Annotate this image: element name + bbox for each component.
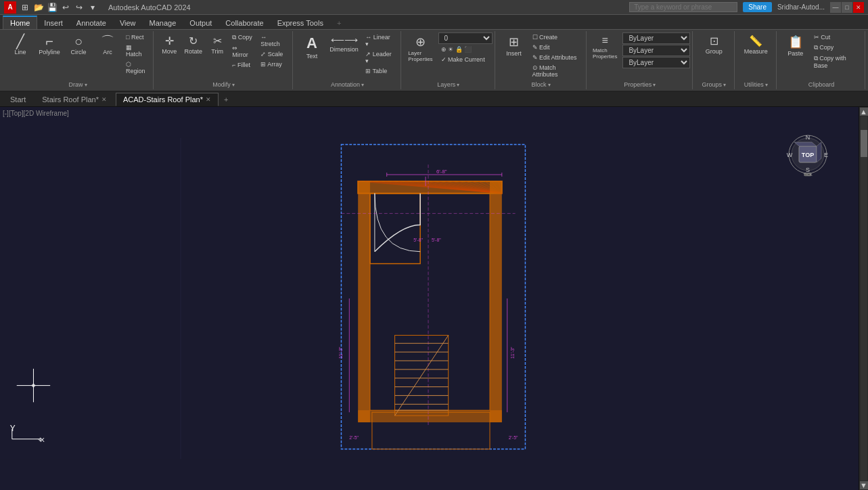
tab-output[interactable]: Output (183, 16, 219, 29)
text-btn[interactable]: A Text (298, 32, 325, 62)
block-label[interactable]: Block▾ (531, 80, 550, 88)
tab-express-tools[interactable]: Express Tools (271, 16, 330, 29)
tab-insert[interactable]: Insert (37, 16, 70, 29)
copy-clipboard-btn[interactable]: ⧉ Copy (811, 43, 861, 53)
tab-collaborate[interactable]: Collaborate (219, 16, 270, 29)
array-btn[interactable]: ⊞ Array (258, 60, 288, 69)
scroll-track[interactable] (861, 116, 867, 481)
scroll-thumb[interactable] (861, 130, 867, 157)
share-button[interactable]: Share (743, 2, 772, 12)
rotate-btn[interactable]: ↻ Rotate (181, 32, 205, 57)
new-file-btn[interactable]: ⊞ (19, 1, 31, 14)
svg-rect-28 (490, 181, 502, 422)
polyline-btn[interactable]: ⌐ Polyline (36, 32, 63, 58)
insert-btn[interactable]: ⊞ Insert (501, 32, 528, 59)
make-current-btn[interactable]: ✓ Make Current (438, 55, 493, 64)
line-btn[interactable]: ╱ Line (7, 32, 34, 58)
qa-dropdown-btn[interactable]: ▾ (87, 1, 99, 14)
close-btn[interactable]: ✕ (853, 2, 864, 13)
annotation-col: ↔ Linear ▾ ↗ Leader ▾ ⊞ Table (363, 32, 396, 76)
table-btn[interactable]: ⊞ Table (363, 66, 396, 76)
layer-properties-btn[interactable]: ⊕ LayerProperties (405, 32, 436, 64)
scroll-down-btn[interactable]: ▼ (860, 481, 868, 489)
hatch-btn[interactable]: ▦ Hatch (123, 43, 149, 59)
ribbon-group-groups: ⊡ Group Groups▾ (694, 31, 735, 89)
color-select[interactable]: ByLayer (622, 32, 690, 44)
scale-btn[interactable]: ⤢ Scale (258, 49, 288, 59)
draw-label[interactable]: Draw▾ (68, 80, 87, 88)
modify-label[interactable]: Modify▾ (212, 80, 235, 88)
tab-home[interactable]: Home (3, 16, 37, 29)
circle-icon: ○ (74, 35, 83, 48)
drawing-canvas[interactable]: 6'-8" 5'-8" 5'-8" 11'-3" 11'-3" 2'-5" 2'… (0, 107, 859, 490)
edit-block-btn[interactable]: ✎ Edit (530, 43, 582, 52)
layer-state-btn[interactable]: ⊕ ☀ 🔒 ⬛ (438, 45, 493, 54)
circle-label: Circle (70, 49, 86, 55)
region-btn[interactable]: ⬡ Region (123, 60, 149, 76)
layer-select[interactable]: 0 (438, 32, 493, 44)
tab-view[interactable]: View (113, 16, 143, 29)
leader-btn[interactable]: ↗ Leader ▾ (363, 49, 396, 66)
clipboard-label[interactable]: Clipboard (808, 80, 835, 88)
navigation-cube[interactable]: N S E W TOP TICK (784, 120, 831, 183)
redo-btn[interactable]: ↪ (73, 1, 85, 14)
tab-manage[interactable]: Manage (143, 16, 183, 29)
annotation-label[interactable]: Annotation▾ (331, 80, 364, 88)
maximize-btn[interactable]: □ (842, 2, 852, 13)
doc-tab-start[interactable]: Start (3, 93, 33, 106)
circle-btn[interactable]: ○ Circle (65, 32, 92, 58)
linear-btn[interactable]: ↔ Linear ▾ (363, 32, 396, 49)
close-acad-stairs-tab[interactable]: ✕ (206, 96, 211, 103)
measure-btn[interactable]: 📏 Measure (741, 32, 771, 57)
groups-group-content: ⊡ Group (700, 32, 727, 80)
linetype-select[interactable]: ByLayer (622, 45, 690, 56)
match-properties-btn[interactable]: ≡ MatchProperties (589, 32, 620, 62)
move-btn[interactable]: ✛ Move (159, 32, 179, 57)
tab-add[interactable]: + (330, 16, 348, 29)
edit-attributes-btn[interactable]: ✎ Edit Attributes (530, 53, 582, 62)
fillet-btn[interactable]: ⌐ Fillet (229, 60, 256, 70)
match-attributes-btn[interactable]: ⊙ Match Attributes (530, 63, 582, 79)
groups-label[interactable]: Groups▾ (702, 80, 727, 88)
doc-tab-acad-stairs[interactable]: ACAD-Stairs Roof Plan* ✕ (116, 93, 219, 106)
layer-icon: ⊕ (415, 35, 426, 49)
paste-btn[interactable]: 📋 Paste (782, 32, 809, 59)
create-block-btn[interactable]: ☐ Create (530, 32, 582, 42)
copy-with-base-btn[interactable]: ⧉ Copy with Base (811, 53, 861, 70)
rect-btn[interactable]: □ Rect (123, 32, 149, 42)
line-icon: ╱ (16, 35, 24, 48)
arc-icon: ⌒ (101, 35, 114, 48)
copy-btn[interactable]: ⧉ Copy (229, 32, 256, 43)
tab-annotate[interactable]: Annotate (70, 16, 113, 29)
undo-btn[interactable]: ↩ (60, 1, 72, 14)
layers-label[interactable]: Layers▾ (437, 80, 459, 88)
canvas-area[interactable]: [-][Top][2D Wireframe] (0, 107, 859, 490)
add-drawing-tab[interactable]: + (220, 94, 232, 105)
minimize-btn[interactable]: — (830, 2, 841, 13)
trim-btn[interactable]: ✂ Trim (207, 32, 227, 57)
app-icon[interactable]: A (4, 1, 16, 14)
stretch-btn[interactable]: ↔ Stretch (258, 32, 288, 49)
cut-btn[interactable]: ✂ Cut (811, 32, 861, 42)
dimension-btn[interactable]: ⟵⟶ Dimension (327, 32, 361, 55)
arc-btn[interactable]: ⌒ Arc (94, 32, 121, 58)
ribbon-group-layers: ⊕ LayerProperties 0 ⊕ ☀ 🔒 ⬛ ✓ Make Curre… (403, 31, 495, 89)
search-input[interactable] (629, 2, 737, 12)
save-btn[interactable]: 💾 (46, 1, 58, 14)
svg-text:11'-3": 11'-3" (510, 347, 515, 359)
right-scrollbar[interactable]: ▲ ▼ (859, 107, 868, 490)
mirror-btn[interactable]: ⇔ Mirror (229, 43, 256, 60)
properties-label[interactable]: Properties▾ (624, 80, 656, 88)
lineweight-select[interactable]: ByLayer (622, 57, 690, 68)
view-label: [-][Top][2D Wireframe] (3, 110, 69, 117)
arc-label: Arc (103, 49, 112, 55)
close-stairs-roof-tab[interactable]: ✕ (101, 96, 107, 103)
group-btn[interactable]: ⊡ Group (700, 32, 727, 57)
doc-tab-stairs-roof[interactable]: Stairs Roof Plan* ✕ (35, 93, 114, 106)
draw-group-content: ╱ Line ⌐ Polyline ○ Circle ⌒ Arc □ Rect … (7, 32, 149, 80)
open-btn[interactable]: 📂 (32, 1, 45, 14)
scroll-up-btn[interactable]: ▲ (860, 108, 868, 116)
block-col: ☐ Create ✎ Edit ✎ Edit Attributes ⊙ Matc… (530, 32, 582, 79)
titlebar-right: Share Sridhar-Autod... — □ ✕ (629, 2, 864, 13)
utilities-label[interactable]: Utilities▾ (744, 80, 768, 88)
